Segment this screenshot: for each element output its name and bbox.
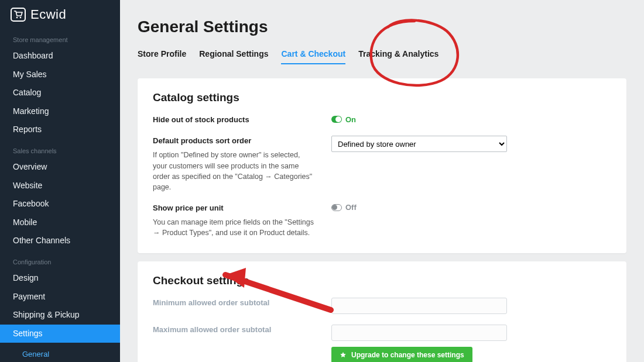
checkout-settings-card: Checkout settings Minimum allowed order … [138,261,626,362]
main-content: General Settings Store Profile Regional … [120,0,644,362]
default-sort-desc: If option "Defined by store owner" is se… [153,150,314,192]
sidebar-item-my-sales[interactable]: My Sales [0,65,120,84]
section-label-store-management: Store management [0,28,120,47]
tabs: Store Profile Regional Settings Cart & C… [138,49,626,70]
price-per-unit-label-text: Show price per unit [153,204,224,212]
sidebar: Ecwid Store management Dashboard My Sale… [0,0,120,362]
upgrade-button[interactable]: Upgrade to change these settings [331,347,472,362]
hide-out-of-stock-toggle[interactable]: On [331,115,356,124]
catalog-settings-heading: Catalog settings [153,91,611,104]
tab-tracking-analytics[interactable]: Tracking & Analytics [358,49,439,64]
catalog-settings-card: Catalog settings Hide out of stock produ… [138,78,626,253]
tab-store-profile[interactable]: Store Profile [138,49,186,64]
tab-regional-settings[interactable]: Regional Settings [199,49,268,64]
brand: Ecwid [0,7,120,28]
sidebar-item-design[interactable]: Design [0,269,120,288]
min-subtotal-label: Minimum allowed order subtotal [153,298,314,308]
min-subtotal-input[interactable] [331,298,507,314]
sidebar-item-shipping-pickup[interactable]: Shipping & Pickup [0,306,120,325]
default-sort-select[interactable]: Defined by store owner [331,136,507,152]
max-subtotal-input[interactable] [331,325,507,341]
toggle-off-icon [331,204,342,211]
sidebar-item-overview[interactable]: Overview [0,158,120,177]
toggle-on-icon [331,116,342,123]
brand-logo-icon [11,8,26,22]
page-title: General Settings [138,18,626,36]
default-sort-label: Default products sort order If option "D… [153,136,314,192]
page-header: General Settings Store Profile Regional … [120,0,644,70]
sidebar-item-settings[interactable]: Settings [0,325,120,343]
price-per-unit-label: Show price per unit You can manage item … [153,203,314,238]
svg-point-1 [20,17,22,19]
sidebar-item-facebook[interactable]: Facebook [0,195,120,213]
subnav-general[interactable]: General [0,346,120,362]
tab-cart-checkout[interactable]: Cart & Checkout [281,49,345,64]
sidebar-item-dashboard[interactable]: Dashboard [0,47,120,65]
section-label-configuration: Configuration [0,250,120,269]
sidebar-item-marketing[interactable]: Marketing [0,102,120,121]
hide-out-of-stock-label: Hide out of stock products [153,115,314,125]
default-sort-label-text: Default products sort order [153,136,251,145]
toggle-off-text: Off [345,203,357,212]
price-per-unit-desc: You can manage item price fields on the … [153,217,314,238]
price-per-unit-toggle[interactable]: Off [331,203,357,212]
settings-subnav: General Taxes Legal Notifications Invoic… [0,343,120,362]
section-label-sales-channels: Sales channels [0,139,120,158]
sidebar-item-catalog[interactable]: Catalog [0,84,120,102]
max-subtotal-label: Maximum allowed order subtotal [153,325,314,335]
toggle-on-text: On [345,115,356,124]
star-icon [340,351,347,358]
sidebar-item-payment[interactable]: Payment [0,288,120,306]
sidebar-item-other-channels[interactable]: Other Channels [0,232,120,250]
upgrade-button-label: Upgrade to change these settings [351,351,464,359]
sidebar-item-mobile[interactable]: Mobile [0,213,120,232]
brand-name: Ecwid [30,7,66,22]
sidebar-item-reports[interactable]: Reports [0,120,120,139]
checkout-settings-heading: Checkout settings [153,274,611,287]
sidebar-item-website[interactable]: Website [0,177,120,195]
svg-point-0 [16,17,18,19]
